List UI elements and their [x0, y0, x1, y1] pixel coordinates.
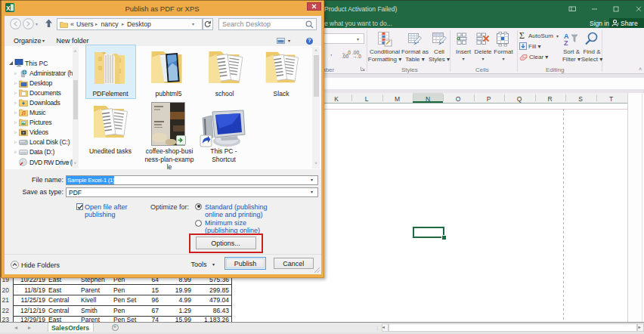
svg-text:Z: Z [564, 39, 568, 46]
svg-text:X: X [6, 5, 11, 12]
